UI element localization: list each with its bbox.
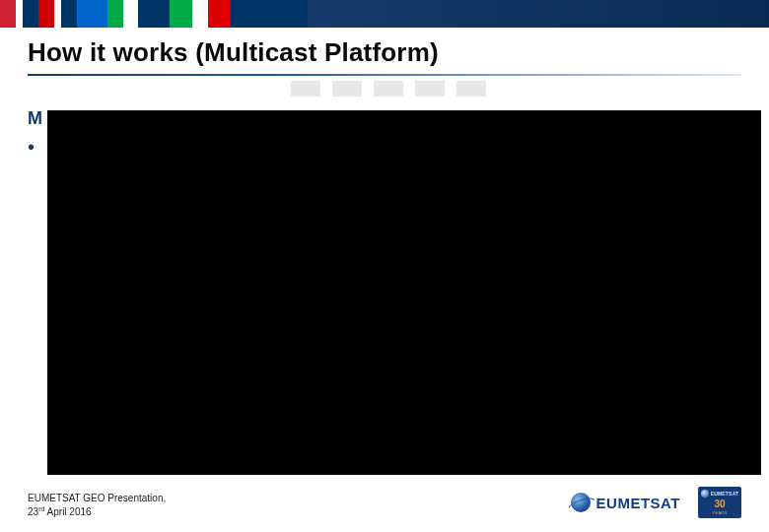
eumetsat-logo: EUMETSAT <box>571 493 680 512</box>
content-black-region <box>47 110 761 475</box>
slide: How it works (Multicast Platform) M • EU… <box>0 0 769 532</box>
footer-line1: EUMETSAT GEO Presentation, <box>28 493 166 503</box>
globe-icon <box>701 490 709 498</box>
title-bar: How it works (Multicast Platform) <box>0 28 769 82</box>
footer-date-pre: 23 <box>28 506 38 517</box>
globe-icon <box>571 493 591 512</box>
eumetsat-wordmark: EUMETSAT <box>596 495 680 511</box>
decorative-squares <box>291 81 486 97</box>
footer-logos: EUMETSAT EUMETSAT 30 YEARS <box>571 487 741 518</box>
header-flags-banner <box>0 0 769 28</box>
badge-years: 30 <box>714 499 725 509</box>
footer: EUMETSAT GEO Presentation, 23rd April 20… <box>28 487 741 518</box>
anniversary-badge: EUMETSAT 30 YEARS <box>698 487 741 518</box>
footer-text: EUMETSAT GEO Presentation, 23rd April 20… <box>28 492 166 518</box>
badge-sub: YEARS <box>712 510 727 515</box>
footer-date-post: April 2016 <box>44 506 91 517</box>
title-underline <box>28 74 741 76</box>
badge-brand: EUMETSAT <box>711 491 739 497</box>
slide-title: How it works (Multicast Platform) <box>28 37 741 68</box>
